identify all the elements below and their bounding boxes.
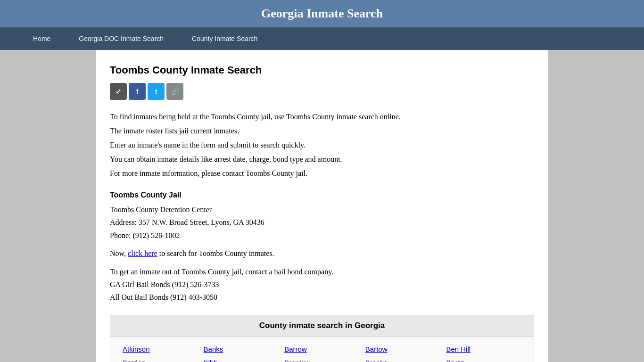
county-link[interactable]: Bartow bbox=[363, 343, 444, 355]
main-content: Toombs County Inmate Search ⤢ f t 🔗 To f… bbox=[96, 50, 548, 362]
desc-line-5: For more inmate information, please cont… bbox=[110, 168, 534, 179]
facebook-button[interactable]: f bbox=[129, 83, 146, 100]
page-wrapper: Toombs County Inmate Search ⤢ f t 🔗 To f… bbox=[0, 50, 644, 362]
bail-bond-2: All Out Bail Bonds (912) 403-3050 bbox=[110, 291, 534, 304]
site-header: Georgia Inmate Search bbox=[0, 0, 644, 27]
county-link[interactable]: Brooks bbox=[363, 357, 444, 362]
main-nav: Home Georgia DOC Inmate Search County In… bbox=[0, 27, 644, 50]
copy-link-button[interactable]: 🔗 bbox=[166, 83, 183, 100]
share-button[interactable]: ⤢ bbox=[110, 83, 127, 100]
bail-bond-section: To get an inmate out of Toombs County ja… bbox=[110, 265, 534, 304]
twitter-button[interactable]: t bbox=[148, 83, 165, 100]
page-title: Toombs County Inmate Search bbox=[110, 64, 534, 76]
social-buttons: ⤢ f t 🔗 bbox=[110, 83, 534, 100]
search-link-before: Now, bbox=[110, 249, 128, 257]
desc-line-1: To find inmates being held at the Toombs… bbox=[110, 111, 534, 123]
desc-line-2: The inmate roster lists jail current inm… bbox=[110, 125, 534, 137]
county-link[interactable]: Atkinson bbox=[120, 343, 201, 355]
bail-bond-1: GA Girl Bail Bonds (912) 526-3733 bbox=[110, 278, 534, 291]
description-section: To find inmates being held at the Toombs… bbox=[110, 111, 534, 179]
search-link[interactable]: click here bbox=[128, 249, 157, 257]
search-link-section: Now, click here to search for Toombs Cou… bbox=[110, 249, 534, 258]
nav-county-search[interactable]: County Inmate Search bbox=[178, 27, 272, 50]
county-links-grid: AtkinsonBanksBarrowBartowBen HillBerrien… bbox=[110, 337, 534, 362]
desc-line-3: Enter an inmate's name in the form and s… bbox=[110, 140, 534, 151]
county-search-section: County inmate search in Georgia Atkinson… bbox=[110, 315, 534, 362]
jail-facility: Toombs County Detention Center bbox=[110, 203, 534, 216]
search-link-after: to search for Toombs County inmates. bbox=[157, 249, 274, 257]
county-link[interactable]: Barrow bbox=[281, 343, 363, 355]
county-link[interactable]: Brantley bbox=[281, 357, 363, 362]
nav-home[interactable]: Home bbox=[19, 27, 65, 50]
nav-doc-search[interactable]: Georgia DOC Inmate Search bbox=[65, 27, 178, 50]
search-link-paragraph: Now, click here to search for Toombs Cou… bbox=[110, 249, 534, 258]
county-link[interactable]: Ben Hill bbox=[443, 343, 524, 355]
jail-info: Toombs County Jail Toombs County Detenti… bbox=[110, 189, 534, 242]
site-title: Georgia Inmate Search bbox=[0, 7, 644, 21]
county-link[interactable]: Bibb bbox=[201, 357, 282, 362]
jail-address: Address: 357 N.W. Broad Street, Lyons, G… bbox=[110, 216, 534, 229]
jail-phone: Phone: (912) 526-1002 bbox=[110, 229, 534, 242]
county-link[interactable]: Berrien bbox=[120, 357, 201, 362]
county-link[interactable]: Bryan bbox=[443, 357, 524, 362]
county-search-header: County inmate search in Georgia bbox=[110, 315, 534, 337]
desc-line-4: You can obtain inmate details like arres… bbox=[110, 154, 534, 165]
county-link[interactable]: Banks bbox=[201, 343, 282, 355]
jail-name: Toombs County Jail bbox=[110, 189, 534, 201]
bail-bond-intro: To get an inmate out of Toombs County ja… bbox=[110, 265, 534, 278]
